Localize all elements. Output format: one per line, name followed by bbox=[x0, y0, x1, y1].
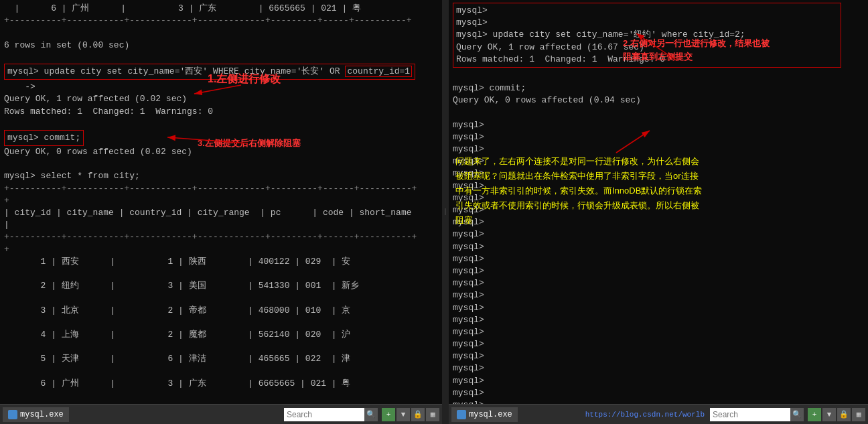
left-line-0: | 6 | 广州 | 3 | 广东 | 6665665 | 021 | 粤 bbox=[4, 3, 438, 15]
left-blank-10 bbox=[4, 390, 438, 402]
left-blank-1 bbox=[4, 27, 438, 39]
right-icon-plus[interactable]: + bbox=[808, 408, 821, 421]
left-sep-2: + bbox=[4, 195, 438, 207]
left-sql-cmd: update city set city_name='西安' WHERE cit… bbox=[44, 66, 346, 76]
right-search-area: 🔍 + ▼ 🔒 ▦ bbox=[710, 408, 865, 421]
left-icon-plus[interactable]: + bbox=[382, 408, 395, 421]
left-blank-3 bbox=[4, 118, 438, 130]
right-prompt-23: mysql> bbox=[453, 387, 864, 399]
left-blank-2 bbox=[4, 52, 438, 64]
left-icon-dropdown[interactable]: ▼ bbox=[396, 408, 410, 421]
left-select: mysql> select * from city; bbox=[4, 170, 438, 182]
panel-divider: | bbox=[442, 0, 449, 424]
left-separator-0: +----------+-----------+------------+---… bbox=[4, 15, 438, 27]
right-search-button[interactable]: 🔍 bbox=[790, 408, 804, 421]
left-blank-4 bbox=[4, 158, 438, 170]
left-row-4: 4 | 上海 | 2 | 魔都 | 562140 | 020 | 沪 bbox=[4, 329, 438, 341]
right-icon-grid[interactable]: ▦ bbox=[852, 408, 865, 421]
left-terminal-content: | 6 | 广州 | 3 | 广东 | 6665665 | 021 | 粤 +-… bbox=[0, 0, 442, 404]
right-icon-lock[interactable]: 🔒 bbox=[837, 408, 851, 421]
left-header: | city_id | city_name | country_id | cit… bbox=[4, 207, 438, 219]
annotation-label-1: 1.左侧进行修改 bbox=[208, 72, 281, 86]
left-sep-1: +----------+-----------+------------+---… bbox=[4, 183, 438, 195]
right-taskbar-app[interactable]: mysql.exe bbox=[451, 407, 518, 422]
right-commit: mysql> commit; bbox=[453, 82, 864, 94]
mysql-icon bbox=[8, 410, 17, 419]
right-taskbar-right: https://blog.csdn.net/worlb 🔍 + ▼ 🔒 ▦ bbox=[585, 408, 865, 421]
left-blank-5 bbox=[4, 268, 438, 280]
left-sep-4: + bbox=[4, 244, 438, 256]
left-commit-prompt: mysql> commit; bbox=[7, 133, 80, 143]
left-blank-7 bbox=[4, 317, 438, 329]
right-taskbar-icons: + ▼ 🔒 ▦ bbox=[806, 408, 865, 421]
left-sql-condition: country_id=1 bbox=[345, 66, 412, 77]
left-rows-1: 6 rows in set (0.00 sec) bbox=[4, 40, 438, 52]
right-prompt-12: mysql> bbox=[453, 253, 864, 265]
right-search-input[interactable] bbox=[710, 408, 790, 421]
left-header-cont: | bbox=[4, 219, 438, 231]
right-prompt-22: mysql> bbox=[453, 375, 864, 387]
left-row-6: 6 | 广州 | 3 | 广东 | 6665665 | 021 | 粤 bbox=[4, 378, 438, 390]
left-row-1: 1 | 西安 | 1 | 陕西 | 400122 | 029 | 安 bbox=[4, 256, 438, 268]
left-taskbar-app-label: mysql.exe bbox=[20, 410, 64, 419]
left-prompt: mysql> bbox=[7, 66, 44, 76]
right-prompt-15: mysql> bbox=[453, 289, 864, 301]
right-terminal: mysql> mysql> mysql> update city set cit… bbox=[449, 0, 868, 424]
right-prompt-24: mysql> bbox=[453, 399, 864, 404]
right-prompt-19: mysql> bbox=[453, 338, 864, 350]
right-prompt-18: mysql> bbox=[453, 326, 864, 338]
left-query-ok-1: Query OK, 1 row affected (0.02 sec) bbox=[4, 93, 438, 105]
left-taskbar: mysql.exe 🔍 + ▼ 🔒 ▦ bbox=[0, 404, 442, 424]
left-row-3: 3 | 北京 | 2 | 帝都 | 468000 | 010 | 京 bbox=[4, 305, 438, 317]
left-row-5: 5 | 天津 | 6 | 津洁 | 465665 | 022 | 津 bbox=[4, 353, 438, 365]
annotation-label-2: 2.右侧对另一行也进行修改，结果也被阻塞直到左侧提交 bbox=[623, 37, 770, 63]
right-prompt-2: mysql> bbox=[453, 131, 864, 143]
right-taskbar-left: mysql.exe bbox=[451, 407, 520, 422]
left-blank-8 bbox=[4, 341, 438, 353]
right-prompt-21: mysql> bbox=[453, 362, 864, 374]
right-prompt-16: mysql> bbox=[453, 302, 864, 314]
right-line-prompt-2: mysql> bbox=[456, 17, 838, 29]
left-search-area: 🔍 + ▼ 🔒 ▦ bbox=[284, 408, 439, 421]
left-search-input[interactable] bbox=[284, 408, 364, 421]
right-mysql-icon bbox=[457, 410, 466, 419]
left-sep-3: +----------+-----------+------------+---… bbox=[4, 231, 438, 243]
left-blank-9 bbox=[4, 365, 438, 377]
annotation-label-3: 3.左侧提交后右侧解除阻塞 bbox=[198, 137, 301, 149]
right-commit-result: Query OK, 0 rows affected (0.04 sec) bbox=[453, 94, 864, 107]
right-prompt-20: mysql> bbox=[453, 350, 864, 362]
right-url: https://blog.csdn.net/worlb bbox=[585, 411, 705, 419]
right-taskbar: mysql.exe https://blog.csdn.net/worlb 🔍 … bbox=[449, 404, 868, 424]
right-line-prompt-1: mysql> bbox=[456, 5, 838, 17]
left-commit-box: mysql> commit; bbox=[4, 130, 84, 146]
left-blank-6 bbox=[4, 292, 438, 304]
right-taskbar-app-label: mysql.exe bbox=[469, 410, 512, 419]
left-taskbar-icons: + ▼ 🔒 ▦ bbox=[380, 408, 439, 421]
left-search-button[interactable]: 🔍 bbox=[364, 408, 378, 421]
right-prompt-13: mysql> bbox=[453, 265, 864, 277]
right-prompt-14: mysql> bbox=[453, 277, 864, 289]
right-icon-dropdown[interactable]: ▼ bbox=[822, 408, 836, 421]
left-row-2: 2 | 纽约 | 3 | 美国 | 541330 | 001 | 新乡 bbox=[4, 280, 438, 292]
left-taskbar-app[interactable]: mysql.exe bbox=[3, 407, 69, 422]
right-blank-2 bbox=[453, 107, 864, 119]
right-prompt-10: mysql> bbox=[453, 228, 864, 240]
left-icon-lock[interactable]: 🔒 bbox=[411, 408, 425, 421]
left-terminal: | 6 | 广州 | 3 | 广东 | 6665665 | 021 | 粤 +-… bbox=[0, 0, 442, 424]
left-icon-grid[interactable]: ▦ bbox=[426, 408, 439, 421]
annotation-long-text: 问题来了，左右两个连接不是对同一行进行修改，为什么右侧会 被阻塞呢？问题就出在条… bbox=[455, 154, 702, 228]
right-prompt-17: mysql> bbox=[453, 314, 864, 326]
right-blank-1 bbox=[453, 70, 864, 82]
left-rows-matched-1: Rows matched: 1 Changed: 1 Warnings: 0 bbox=[4, 106, 438, 118]
right-prompt-11: mysql> bbox=[453, 241, 864, 253]
right-prompt-1: mysql> bbox=[453, 119, 864, 131]
